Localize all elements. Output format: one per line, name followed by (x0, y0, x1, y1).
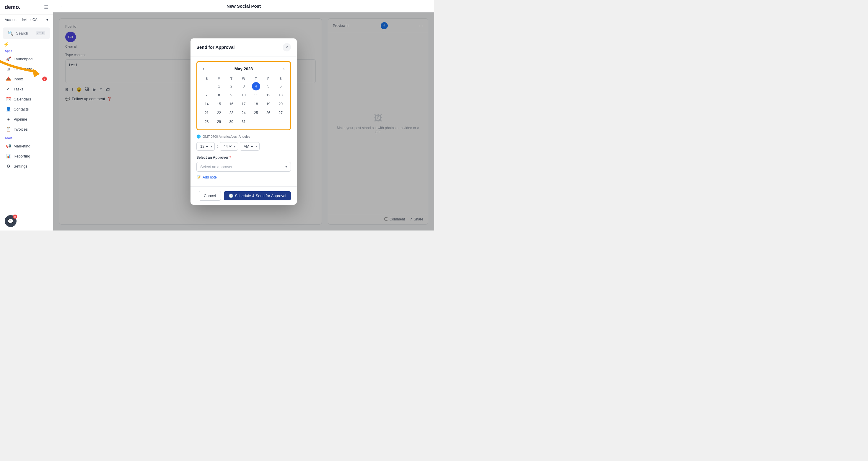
cal-day-21[interactable]: 21 (203, 109, 211, 117)
minute-select[interactable]: 0015304445 (222, 144, 233, 149)
cal-day-3[interactable]: 3 (240, 82, 248, 90)
note-icon: 📝 (196, 175, 201, 179)
main-content: ← New Social Post Post to GD Clear all T… (53, 0, 434, 231)
cal-day-20[interactable]: 20 (276, 100, 285, 108)
cal-day-12[interactable]: 12 (264, 91, 272, 99)
sidebar-item-settings[interactable]: ⚙ Settings (1, 161, 52, 171)
cancel-button[interactable]: Cancel (199, 191, 221, 201)
cal-day-7[interactable]: 7 (203, 91, 211, 99)
day-header-sun: S (201, 76, 213, 82)
apps-section-label: Apps (0, 47, 53, 54)
cal-day-24[interactable]: 24 (240, 109, 248, 117)
sidebar-logo-area: demo. ☰ (0, 0, 53, 15)
back-button[interactable]: ← (60, 3, 66, 9)
cal-day-29[interactable]: 29 (215, 118, 223, 126)
add-note-button[interactable]: 📝 Add note (196, 175, 217, 179)
cal-day-23[interactable]: 23 (227, 109, 236, 117)
cal-day-empty (203, 82, 211, 90)
cal-day-8[interactable]: 8 (215, 91, 223, 99)
required-indicator: * (229, 155, 231, 160)
chat-button[interactable]: 💬 18 (5, 215, 17, 227)
minute-select-wrapper[interactable]: 0015304445 ▾ (220, 142, 238, 151)
schedule-send-button[interactable]: 🕐 Schedule & Send for Approval (224, 191, 291, 200)
cal-day-19[interactable]: 19 (264, 100, 272, 108)
cal-day-9[interactable]: 9 (227, 91, 236, 99)
cal-day-5[interactable]: 5 (264, 82, 272, 90)
hour-select[interactable]: 12123 4567 891011 (199, 144, 209, 149)
time-colon: : (216, 144, 218, 149)
period-select[interactable]: AMPM (243, 144, 254, 149)
day-header-fri: F (262, 76, 274, 82)
globe-icon: 🌐 (196, 135, 201, 139)
top-bar: ← New Social Post (53, 0, 434, 12)
cal-day-13[interactable]: 13 (276, 91, 285, 99)
cal-day-25[interactable]: 25 (252, 109, 260, 117)
sidebar-item-tasks[interactable]: ✓ Tasks (1, 84, 52, 94)
calendar-header: ‹ May 2023 › (201, 66, 286, 72)
add-note-label: Add note (203, 175, 217, 179)
timezone-row: 🌐 GMT-0700 America/Los_Angeles (196, 135, 291, 139)
sidebar-item-marketing[interactable]: 📢 Marketing (1, 141, 52, 151)
cal-day-4[interactable]: 4 (252, 82, 260, 90)
cal-day-28[interactable]: 28 (203, 118, 211, 126)
cal-day-6[interactable]: 6 (276, 82, 285, 90)
calendar-month-year: May 2023 (235, 66, 253, 71)
cal-day-1[interactable]: 1 (215, 82, 223, 90)
chat-icon: 💬 (8, 219, 13, 224)
launchpad-icon: 🚀 (6, 56, 11, 61)
page-title: New Social Post (226, 4, 261, 8)
sidebar-item-contacts[interactable]: 👤 Contacts (1, 104, 52, 114)
modal-close-button[interactable]: × (283, 43, 291, 51)
cal-day-27[interactable]: 27 (276, 109, 285, 117)
cal-day-31[interactable]: 31 (240, 118, 248, 126)
chevron-down-icon: ▾ (285, 165, 287, 169)
sidebar-item-pipeline[interactable]: ◈ Pipeline (1, 114, 52, 124)
cal-day-22[interactable]: 22 (215, 109, 223, 117)
contacts-icon: 👤 (6, 107, 11, 111)
cal-day-26[interactable]: 26 (264, 109, 272, 117)
cal-day-10[interactable]: 10 (240, 91, 248, 99)
calendar-grid: S M T W T F S 1 2 3 4 (201, 76, 286, 126)
prev-month-button[interactable]: ‹ (201, 66, 206, 72)
search-bar[interactable]: 🔍 Search ctrl K (3, 27, 50, 39)
account-label: Account -- Irvine, CA (5, 18, 37, 22)
next-month-button[interactable]: › (281, 66, 286, 72)
sidebar-item-label: Tasks (13, 87, 23, 91)
cal-day-17[interactable]: 17 (240, 100, 248, 108)
cal-day-15[interactable]: 15 (215, 100, 223, 108)
tasks-icon: ✓ (6, 87, 11, 91)
sidebar-item-invoices[interactable]: 📋 Invoices (1, 124, 52, 134)
period-select-wrapper[interactable]: AMPM ▾ (240, 142, 259, 151)
sidebar: demo. ☰ Account -- Irvine, CA ▾ 🔍 Search… (0, 0, 53, 231)
hour-select-wrapper[interactable]: 12123 4567 891011 ▾ (196, 142, 215, 151)
menu-icon[interactable]: ☰ (44, 4, 48, 10)
sidebar-item-calendars[interactable]: 📅 Calendars (1, 94, 52, 104)
day-header-wed: W (238, 76, 250, 82)
search-label: Search (16, 31, 34, 35)
sidebar-item-label: Invoices (13, 127, 28, 132)
cal-day-30[interactable]: 30 (227, 118, 236, 126)
cal-day-14[interactable]: 14 (203, 100, 211, 108)
sidebar-item-inbox[interactable]: 📥 Inbox 0 (1, 74, 52, 84)
cal-day-16[interactable]: 16 (227, 100, 236, 108)
lightning-icon[interactable]: ⚡ (4, 42, 9, 47)
sidebar-item-launchpad[interactable]: 🚀 Launchpad (1, 54, 52, 63)
cal-day-18[interactable]: 18 (252, 100, 260, 108)
submit-label: Schedule & Send for Approval (235, 194, 286, 198)
cal-day-empty2 (252, 118, 260, 126)
sidebar-item-dashboard[interactable]: ⊞ Dashboard (1, 64, 52, 74)
search-shortcut: ctrl K (36, 31, 45, 35)
sidebar-item-label: Inbox (13, 77, 23, 81)
marketing-icon: 📢 (6, 144, 11, 148)
modal-overlay: Send for Approval × ‹ May 2023 › S (53, 12, 434, 231)
cal-day-11[interactable]: 11 (252, 91, 260, 99)
sidebar-item-label: Settings (13, 164, 28, 168)
approver-select[interactable]: Select an approver ▾ (196, 162, 291, 172)
sidebar-item-label: Contacts (13, 107, 29, 111)
account-selector[interactable]: Account -- Irvine, CA ▾ (0, 15, 53, 25)
cal-day-2[interactable]: 2 (227, 82, 236, 90)
sidebar-item-label: Dashboard (13, 67, 32, 71)
day-header-tue: T (225, 76, 237, 82)
modal-footer: Cancel 🕐 Schedule & Send for Approval (190, 186, 297, 205)
sidebar-item-reporting[interactable]: 📊 Reporting (1, 151, 52, 161)
